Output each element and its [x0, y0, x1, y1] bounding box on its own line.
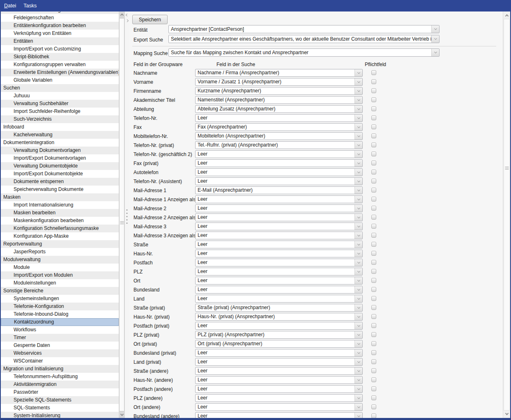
sidebar-scroll-thumb[interactable]: [119, 18, 124, 411]
main-scroll-up-icon[interactable]: [503, 12, 510, 18]
sidebar-item[interactable]: Speicherverwaltung Dokumente: [1, 186, 119, 193]
dropdown-button[interactable]: [354, 277, 362, 284]
sidebar-item[interactable]: Webservices: [1, 349, 119, 357]
sidebar-item[interactable]: Juhuuu: [1, 92, 119, 100]
sidebar-item[interactable]: Telefonie-Inbound-Dialog: [1, 310, 119, 318]
required-checkbox[interactable]: [371, 115, 376, 120]
dropdown-button[interactable]: [354, 349, 362, 356]
required-checkbox[interactable]: [371, 341, 376, 346]
dropdown-button[interactable]: [354, 386, 362, 392]
required-checkbox[interactable]: [371, 188, 376, 193]
sidebar-item[interactable]: WSContainer: [1, 357, 119, 365]
dropdown-button[interactable]: [354, 259, 362, 266]
required-checkbox[interactable]: [371, 287, 376, 292]
menu-item-datei[interactable]: Datei: [4, 2, 19, 10]
sidebar-item[interactable]: Masken: [1, 193, 119, 201]
entity-select[interactable]: Ansprechpartner [ContactPerson]: [168, 25, 440, 33]
dropdown-button[interactable]: [354, 78, 362, 85]
required-checkbox[interactable]: [371, 170, 376, 174]
dropdown-button[interactable]: [354, 241, 362, 248]
dropdown-button[interactable]: [354, 205, 362, 212]
required-checkbox[interactable]: [371, 395, 376, 400]
sidebar-scroll-down-icon[interactable]: [119, 412, 125, 418]
search-field-select[interactable]: Leer: [195, 195, 363, 203]
sidebar-item[interactable]: Masken bearbeiten: [1, 209, 119, 217]
sidebar-item[interactable]: Import/Export Dokumentvorlagen: [1, 154, 119, 162]
search-field-select[interactable]: Leer: [195, 159, 363, 167]
dropdown-button[interactable]: [431, 49, 439, 56]
dropdown-button[interactable]: [354, 340, 362, 347]
dropdown-button[interactable]: [354, 331, 362, 338]
sidebar-scroll-up-icon[interactable]: [119, 11, 125, 18]
sidebar-item[interactable]: Verknüpfung von Entitäten: [1, 30, 119, 37]
sidebar-item[interactable]: Systemeinstellungen: [1, 295, 119, 303]
search-field-select[interactable]: Mobiltelefon (Ansprechpartner): [195, 132, 363, 140]
dropdown-button[interactable]: [354, 268, 362, 275]
dropdown-button[interactable]: [354, 115, 362, 122]
sidebar-item[interactable]: Migration und Initialisierung: [1, 365, 119, 373]
sidebar-item[interactable]: Erweiterte Einstellungen (Anwendungsvari…: [1, 69, 119, 76]
required-checkbox[interactable]: [371, 133, 376, 138]
search-field-select[interactable]: Ort (privat) (Ansprechpartner): [195, 340, 363, 348]
required-checkbox[interactable]: [371, 88, 376, 93]
dropdown-button[interactable]: [354, 160, 362, 167]
search-field-select[interactable]: Leer: [195, 394, 363, 402]
required-checkbox[interactable]: [371, 106, 376, 111]
dropdown-button[interactable]: [431, 35, 439, 43]
dropdown-button[interactable]: [354, 295, 362, 302]
dropdown-button[interactable]: [354, 376, 362, 383]
sidebar-item[interactable]: Kachelverwaltung: [1, 131, 119, 139]
sidebar-splitter[interactable]: [125, 11, 129, 418]
search-field-select[interactable]: Haus-Nr. (privat) (Ansprechpartner): [195, 313, 363, 321]
dropdown-button[interactable]: [354, 313, 362, 320]
search-field-select[interactable]: Leer: [195, 367, 363, 375]
dropdown-button[interactable]: [354, 214, 362, 221]
required-checkbox[interactable]: [371, 206, 376, 211]
search-field-select[interactable]: Leer: [195, 232, 363, 239]
required-checkbox[interactable]: [371, 413, 376, 418]
sidebar-item[interactable]: Module: [1, 264, 119, 271]
sidebar-item[interactable]: Maskenkonfiguration bearbeiten: [1, 217, 119, 225]
sidebar-item[interactable]: Such-Verzeichnis: [1, 115, 119, 123]
search-field-select[interactable]: Leer: [195, 177, 363, 185]
required-checkbox[interactable]: [371, 224, 376, 229]
search-field-select[interactable]: Leer: [195, 250, 363, 257]
search-field-select[interactable]: E-Mail (Ansprechpartner): [195, 186, 363, 194]
dropdown-button[interactable]: [354, 367, 362, 374]
required-checkbox[interactable]: [371, 161, 376, 165]
dropdown-button[interactable]: [354, 286, 362, 293]
sidebar-item[interactable]: Workflows: [1, 326, 119, 334]
dropdown-button[interactable]: [354, 178, 362, 185]
required-checkbox[interactable]: [371, 79, 376, 84]
search-field-select[interactable]: Leer: [195, 223, 363, 230]
search-field-select[interactable]: Leer: [195, 114, 363, 122]
required-checkbox[interactable]: [371, 197, 376, 202]
dropdown-button[interactable]: [354, 196, 362, 203]
sidebar-item[interactable]: Dokumentenintegration: [1, 139, 119, 147]
dropdown-button[interactable]: [354, 133, 362, 140]
dropdown-button[interactable]: [354, 304, 362, 311]
sidebar-item[interactable]: Import/Export Dokumentobjekte: [1, 170, 119, 178]
required-checkbox[interactable]: [371, 124, 376, 129]
sidebar-item[interactable]: Telefonnummern-Aufsplittung: [1, 373, 119, 381]
sidebar-item[interactable]: Modulverwaltung: [1, 256, 119, 264]
dropdown-button[interactable]: [354, 232, 362, 239]
sidebar-item[interactable]: Telefonie-Konfiguration: [1, 303, 119, 310]
search-field-select[interactable]: Leer: [195, 168, 363, 176]
required-checkbox[interactable]: [371, 314, 376, 319]
sidebar-item[interactable]: Import/Export von Customizing: [1, 45, 119, 53]
required-checkbox[interactable]: [371, 386, 376, 391]
main-scroll-down-icon[interactable]: [503, 411, 510, 417]
mapping-search-select[interactable]: Suche für das Mapping zwischen Kontakt u…: [168, 48, 440, 57]
required-checkbox[interactable]: [371, 70, 376, 75]
sidebar-item[interactable]: Entitäten: [1, 37, 119, 45]
required-checkbox[interactable]: [371, 242, 376, 247]
search-field-select[interactable]: Leer: [195, 213, 363, 221]
search-field-select[interactable]: Leer: [195, 150, 363, 158]
dropdown-button[interactable]: [354, 106, 362, 112]
sidebar-item[interactable]: Dokumente entsperren: [1, 178, 119, 186]
sidebar-item[interactable]: Infoboard: [1, 123, 119, 131]
dropdown-button[interactable]: [354, 169, 362, 176]
sidebar-item[interactable]: Passwörter: [1, 388, 119, 396]
search-field-select[interactable]: Leer: [195, 204, 363, 212]
